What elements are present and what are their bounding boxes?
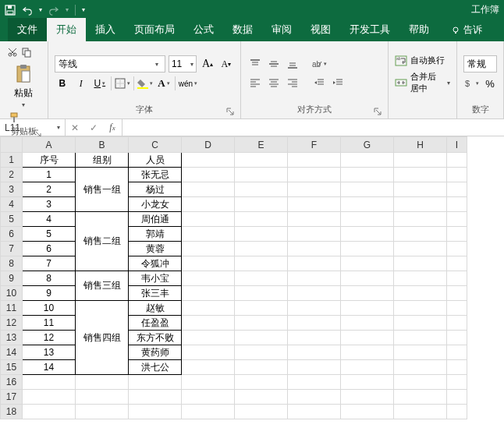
cell[interactable] [23,390,76,405]
cell[interactable]: 14 [23,360,76,375]
align-middle-icon[interactable] [266,56,282,72]
cell[interactable] [235,360,288,375]
row-header[interactable]: 1 [1,153,23,168]
cell[interactable] [394,242,447,256]
cell[interactable] [341,153,394,168]
row-header[interactable]: 4 [1,197,23,212]
cell[interactable]: 3 [23,197,76,212]
cell[interactable] [341,390,394,405]
orientation-icon[interactable]: ab [311,56,327,72]
cell[interactable] [182,153,235,168]
cell[interactable] [235,301,288,316]
column-header[interactable]: I [447,137,467,153]
tell-me[interactable]: 告诉 [445,19,488,41]
row-header[interactable]: 12 [1,316,23,331]
merge-center-button[interactable]: 合并后居中 ▾ [395,71,450,94]
cell[interactable] [341,331,394,345]
borders-button[interactable] [115,76,130,91]
cell[interactable]: 销售三组 [76,271,129,301]
cell[interactable] [394,271,447,286]
cell[interactable] [447,390,467,405]
cell[interactable] [288,390,341,405]
cell[interactable] [182,360,235,375]
undo-dropdown-icon[interactable]: ▾ [39,6,42,13]
cancel-formula-icon[interactable]: ✕ [66,122,84,133]
cell[interactable] [341,345,394,360]
cell[interactable]: 销售一组 [76,168,129,212]
cell[interactable] [288,345,341,360]
cell[interactable] [288,212,341,227]
cell[interactable] [235,405,288,419]
row-header[interactable]: 11 [1,301,23,316]
cell[interactable] [394,153,447,168]
column-header[interactable]: G [341,137,394,153]
cell[interactable] [76,375,129,390]
cell[interactable] [394,360,447,375]
cell[interactable]: 6 [23,242,76,256]
tab-developer[interactable]: 开发工具 [340,18,399,41]
tab-page-layout[interactable]: 页面布局 [125,18,184,41]
comma-format-button[interactable]: , [501,76,504,91]
cell[interactable] [235,375,288,390]
cell[interactable] [341,316,394,331]
percent-format-button[interactable]: % [482,76,498,91]
tab-file[interactable]: 文件 [8,18,47,41]
cell[interactable] [341,168,394,182]
cell[interactable] [341,212,394,227]
column-header[interactable]: A [23,137,76,153]
cell[interactable] [288,405,341,419]
tab-view[interactable]: 视图 [301,18,340,41]
cell[interactable] [394,331,447,345]
cell[interactable] [182,197,235,212]
cell[interactable] [447,345,467,360]
cell[interactable] [23,405,76,419]
cell[interactable] [129,390,182,405]
tab-insert[interactable]: 插入 [86,18,125,41]
cell[interactable] [394,345,447,360]
cell[interactable]: 9 [23,286,76,301]
cell[interactable]: 2 [23,182,76,197]
redo-dropdown-icon[interactable]: ▾ [66,6,69,13]
cell[interactable] [447,286,467,301]
cell[interactable] [447,331,467,345]
cell[interactable]: 销售二组 [76,212,129,271]
cell[interactable] [235,345,288,360]
cell[interactable] [394,256,447,271]
cell[interactable] [182,182,235,197]
cell[interactable] [288,316,341,331]
cell[interactable] [394,182,447,197]
cell[interactable] [394,375,447,390]
cell[interactable] [235,316,288,331]
cell[interactable] [235,182,288,197]
number-format-combo[interactable]: 常规 [463,55,497,72]
select-all-corner[interactable] [1,137,23,153]
cell[interactable]: 任盈盈 [129,316,182,331]
cell[interactable] [182,375,235,390]
cell[interactable] [235,212,288,227]
cell[interactable] [288,182,341,197]
cell[interactable] [288,286,341,301]
row-header[interactable]: 13 [1,331,23,345]
cell[interactable] [394,168,447,182]
row-header[interactable]: 16 [1,375,23,390]
cell[interactable] [182,345,235,360]
cell[interactable]: 销售四组 [76,301,129,375]
cell[interactable] [182,316,235,331]
cell[interactable]: 13 [23,345,76,360]
cell[interactable]: 黄蓉 [129,242,182,256]
cell[interactable] [235,242,288,256]
tab-review[interactable]: 审阅 [262,18,301,41]
cell[interactable]: 郭靖 [129,227,182,242]
save-icon[interactable] [5,5,16,16]
cell[interactable] [341,360,394,375]
column-header[interactable]: C [129,137,182,153]
cell[interactable] [447,375,467,390]
cell[interactable]: 东方不败 [129,331,182,345]
insert-function-icon[interactable]: fx [103,122,122,133]
cell[interactable] [23,375,76,390]
cell[interactable] [235,197,288,212]
cell[interactable] [447,227,467,242]
phonetic-button[interactable]: wén [179,76,197,91]
cell[interactable]: 人员 [129,153,182,168]
cell[interactable] [288,242,341,256]
